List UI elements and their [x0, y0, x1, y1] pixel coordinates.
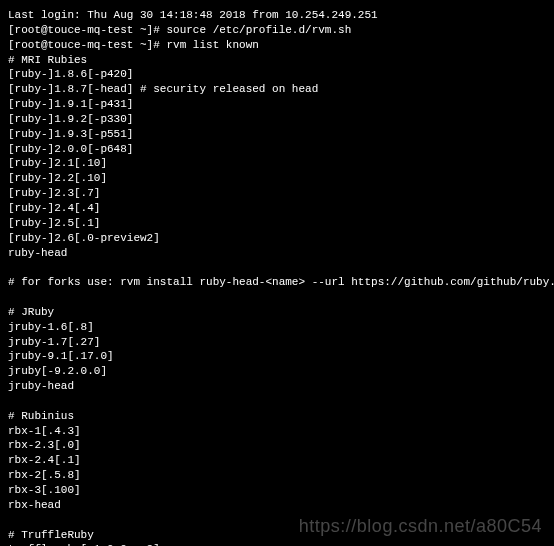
terminal-line	[8, 290, 546, 305]
ruby-version-line: [ruby-]1.8.6[-p420]	[8, 67, 546, 82]
ruby-version-line: [ruby-]2.1[.10]	[8, 156, 546, 171]
ruby-version-line: [ruby-]1.8.7[-head] # security released …	[8, 82, 546, 97]
ruby-version-line: [ruby-]1.9.2[-p330]	[8, 112, 546, 127]
prompt-line: [root@touce-mq-test ~]# source /etc/prof…	[8, 23, 546, 38]
prompt-line: [root@touce-mq-test ~]# rvm list known	[8, 38, 546, 53]
ruby-version-line: [ruby-]2.4[.4]	[8, 201, 546, 216]
terminal-line	[8, 260, 546, 275]
ruby-version-line: jruby-9.1[.17.0]	[8, 349, 546, 364]
login-banner: Last login: Thu Aug 30 14:18:48 2018 fro…	[8, 8, 546, 23]
ruby-version-line: jruby-1.6[.8]	[8, 320, 546, 335]
ruby-version-line: ruby-head	[8, 246, 546, 261]
ruby-version-line: [ruby-]2.3[.7]	[8, 186, 546, 201]
ruby-version-line: truffleruby[-1.0.0-rc2]	[8, 542, 546, 546]
ruby-version-line: rbx-3[.100]	[8, 483, 546, 498]
ruby-version-line: [ruby-]1.9.3[-p551]	[8, 127, 546, 142]
ruby-version-line: rbx-2.3[.0]	[8, 438, 546, 453]
section-header-rubinius: # Rubinius	[8, 409, 546, 424]
ruby-version-line: jruby-head	[8, 379, 546, 394]
terminal-line	[8, 394, 546, 409]
ruby-version-line: rbx-head	[8, 498, 546, 513]
terminal-output: Last login: Thu Aug 30 14:18:48 2018 fro…	[8, 8, 546, 546]
section-header-mri: # MRI Rubies	[8, 53, 546, 68]
section-header-jruby: # JRuby	[8, 305, 546, 320]
ruby-version-line: jruby[-9.2.0.0]	[8, 364, 546, 379]
ruby-version-line: rbx-2.4[.1]	[8, 453, 546, 468]
ruby-version-line: rbx-1[.4.3]	[8, 424, 546, 439]
ruby-version-line: jruby-1.7[.27]	[8, 335, 546, 350]
ruby-version-line: rbx-2[.5.8]	[8, 468, 546, 483]
ruby-version-line: [ruby-]2.2[.10]	[8, 171, 546, 186]
ruby-version-line: [ruby-]2.5[.1]	[8, 216, 546, 231]
ruby-version-line: [ruby-]2.0.0[-p648]	[8, 142, 546, 157]
forks-note: # for forks use: rvm install ruby-head-<…	[8, 275, 546, 290]
ruby-version-line: [ruby-]1.9.1[-p431]	[8, 97, 546, 112]
ruby-version-line: [ruby-]2.6[.0-preview2]	[8, 231, 546, 246]
watermark-text: https://blog.csdn.net/a80C54	[299, 514, 542, 538]
